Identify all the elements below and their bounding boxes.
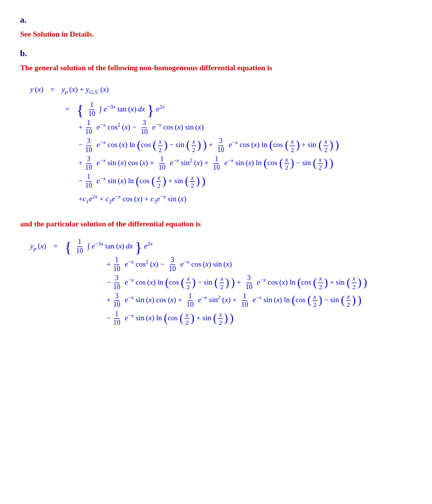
gen-line6: +c1e2x + c2e−x cos (x) + c3e−x sin (x) xyxy=(78,190,186,208)
general-solution-block: y (x) = yp (x) + yG.S. (x) = { 110 ∫ e−3… xyxy=(30,81,412,208)
part-line3: −310 e−x cos (x) ln (cos (x2) − sin (x2)… xyxy=(106,274,367,292)
gen-eq1: = xyxy=(45,81,59,98)
gen-line2: +110 e−x cos2 (x) − 310 e−x cos (x) sin … xyxy=(78,118,203,137)
gen-line3: −310 e−x cos (x) ln (cos (x2) − sin (x2)… xyxy=(78,136,339,154)
part-line5: −110 e−x sin (x) ln (cos (x2) + sin (x2)… xyxy=(106,309,234,327)
part-line4: +310 e−x sin (x) cos (x) + 110 e−x sin2 … xyxy=(106,291,361,309)
part-b-label: b. xyxy=(20,49,412,59)
part-line2: +110 e−x cos2 (x) − 310 e−x cos (x) sin … xyxy=(106,256,232,274)
part-a-label: a. xyxy=(20,15,412,25)
gen-rhs2: { 110 ∫ e−3x tan (x) dx } e2x xyxy=(76,100,165,118)
gen-lhs: y (x) xyxy=(30,81,43,98)
part-a-section: a. See Solution in Details. xyxy=(20,15,412,39)
gen-eq2: = xyxy=(60,101,74,117)
particular-solution-block: yp (x) = { 110 ∫ e−3x tan (x) dx } e2x +… xyxy=(30,237,412,327)
gen-rhs1: yp (x) + yG.S. (x) xyxy=(62,81,109,98)
intro-text: The general solution of the following no… xyxy=(20,64,412,72)
gen-line5: −110 e−x sin (x) ln (cos (x2) + sin (x2)… xyxy=(78,172,205,190)
part-rhs1: { 110 ∫ e−3x tan (x) dx } e2x xyxy=(64,237,153,256)
part-a-solution: See Solution in Details. xyxy=(20,30,412,39)
part-eq1: = xyxy=(48,238,62,255)
particular-intro: and the particular solution of the diffe… xyxy=(20,220,412,228)
gen-line4: +310 e−x sin (x) cos (x) + 110 e−x sin2 … xyxy=(78,154,333,172)
part-lhs: yp (x) xyxy=(30,238,46,255)
part-b-section: b. The general solution of the following… xyxy=(20,49,412,327)
